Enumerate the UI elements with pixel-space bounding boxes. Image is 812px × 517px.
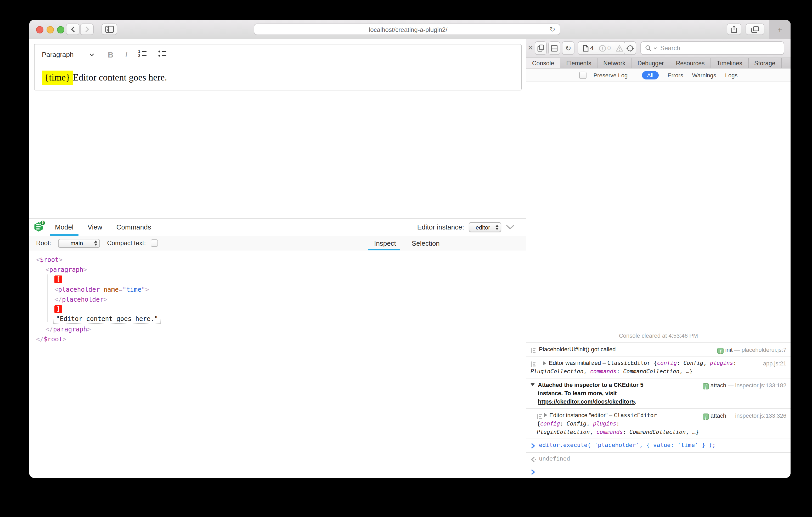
placeholder-chip[interactable]: {time} bbox=[42, 70, 73, 85]
editor-instance-select[interactable]: editor bbox=[469, 222, 501, 232]
chevron-down-icon bbox=[89, 53, 94, 56]
console-input-echo-row[interactable]: editor.execute( 'placeholder', { value: … bbox=[526, 438, 790, 452]
console-cleared-message: Console cleared at 4:53:46 PM bbox=[526, 329, 790, 342]
editor-content-area[interactable]: {time} Editor content goes here. bbox=[34, 65, 521, 90]
root-value: main bbox=[58, 240, 99, 246]
tree-text-node[interactable]: "Editor content goes here." bbox=[29, 314, 161, 324]
error-count: 0 bbox=[607, 44, 611, 52]
inspector-subheader: Root: main Compact text: Inspect Selecti… bbox=[29, 236, 526, 250]
sidebar-toggle-button[interactable] bbox=[102, 24, 117, 35]
tab-overview-button[interactable] bbox=[746, 24, 764, 35]
tab-debugger[interactable]: Debugger bbox=[632, 58, 670, 68]
detach-button[interactable] bbox=[535, 41, 547, 55]
error-icon bbox=[599, 45, 606, 52]
tab-commands[interactable]: Commands bbox=[116, 218, 151, 236]
warning-icon bbox=[616, 45, 624, 52]
bold-button[interactable]: B bbox=[108, 50, 114, 59]
source-location[interactable]: app.js:21 bbox=[763, 360, 786, 366]
function-badge-icon: f bbox=[703, 414, 709, 420]
editor-toolbar: Paragraph B I 1 2 bbox=[34, 44, 521, 65]
source-location[interactable]: inspector.js:133:326 bbox=[735, 413, 786, 419]
share-button[interactable] bbox=[727, 24, 742, 35]
element-picker-button[interactable] bbox=[624, 41, 636, 55]
share-icon bbox=[731, 26, 737, 33]
scope-warnings[interactable]: Warnings bbox=[692, 72, 716, 78]
ckeditor-inspector: 5 Model View Commands Editor instance: e… bbox=[29, 218, 526, 478]
compact-text-checkbox[interactable] bbox=[150, 239, 158, 247]
back-button[interactable] bbox=[66, 24, 80, 35]
tab-view[interactable]: View bbox=[88, 218, 102, 236]
tree-node-placeholder-close[interactable]: </placeholder> bbox=[29, 294, 161, 304]
zoom-window-button[interactable] bbox=[57, 26, 64, 33]
model-tree: <$root> <paragraph> [ <placeholder name=… bbox=[29, 254, 161, 344]
function-badge-icon: f bbox=[703, 383, 709, 390]
url-input[interactable] bbox=[254, 24, 562, 35]
ckeditor-docs-link[interactable]: https://ckeditor.com/docs/ckeditor5 bbox=[538, 398, 635, 405]
inspector-search-field[interactable] bbox=[640, 41, 784, 55]
close-inspector-button[interactable]: ✕ bbox=[527, 44, 534, 52]
console-prompt-row[interactable] bbox=[526, 466, 790, 478]
tab-timelines[interactable]: Timelines bbox=[711, 58, 749, 68]
tab-inspect[interactable]: Inspect bbox=[374, 236, 396, 250]
root-select[interactable]: main bbox=[58, 239, 100, 247]
collapse-chevron-icon[interactable] bbox=[506, 225, 514, 230]
minimize-window-button[interactable] bbox=[47, 26, 54, 33]
tab-selection[interactable]: Selection bbox=[412, 236, 440, 250]
web-inspector: ✕ ↻ 4 bbox=[526, 39, 790, 478]
tab-elements[interactable]: Elements bbox=[560, 58, 598, 68]
new-tab-button[interactable]: + bbox=[769, 20, 790, 39]
tab-console[interactable]: Console bbox=[526, 58, 560, 68]
console-nested-log-row[interactable]: Editor instance "editor" – ClassicEditor… bbox=[526, 408, 790, 438]
disclosure-triangle-icon[interactable] bbox=[543, 361, 546, 365]
chevron-left-icon bbox=[70, 26, 75, 32]
tree-node-paragraph-open[interactable]: <paragraph> bbox=[29, 265, 161, 274]
paragraph-dropdown[interactable]: Paragraph bbox=[42, 51, 94, 59]
tree-node-root-close[interactable]: </$root> bbox=[29, 334, 161, 344]
inspector-header: 5 Model View Commands Editor instance: e… bbox=[29, 218, 526, 236]
plus-icon: + bbox=[778, 25, 782, 34]
inspect-pane-tabs: Inspect Selection bbox=[368, 236, 440, 250]
tree-node-placeholder-open[interactable]: <placeholder name="time"> bbox=[29, 284, 161, 294]
preserve-log-label: Preserve Log bbox=[593, 72, 628, 78]
document-icon bbox=[583, 45, 588, 52]
tab-resources[interactable]: Resources bbox=[670, 58, 711, 68]
numbered-list-button[interactable]: 1 2 bbox=[138, 50, 148, 60]
reload-button[interactable]: ↻ bbox=[548, 26, 557, 34]
copy-icon bbox=[537, 44, 544, 52]
scope-all[interactable]: All bbox=[642, 71, 659, 79]
tab-storage[interactable]: Storage bbox=[748, 58, 782, 68]
tree-node-paragraph-close[interactable]: </paragraph> bbox=[29, 324, 161, 334]
source-location[interactable]: placeholderui.js:7 bbox=[742, 346, 786, 353]
reload-page-button[interactable]: ↻ bbox=[562, 41, 575, 55]
disclosure-triangle-open-icon[interactable] bbox=[530, 383, 535, 386]
preserve-log-checkbox[interactable] bbox=[579, 71, 586, 79]
pane-divider bbox=[368, 250, 368, 478]
italic-button[interactable]: I bbox=[125, 50, 128, 59]
tree-node-root-open[interactable]: <$root> bbox=[29, 254, 161, 265]
tab-network[interactable]: Network bbox=[598, 58, 632, 68]
dock-side-button[interactable] bbox=[548, 41, 560, 55]
filter-divider bbox=[634, 71, 635, 79]
document-count: 4 bbox=[590, 44, 593, 52]
close-window-button[interactable] bbox=[36, 26, 44, 33]
tree-selection-start-marker[interactable]: [ bbox=[29, 274, 161, 284]
source-location[interactable]: inspector.js:133:182 bbox=[735, 382, 786, 388]
console-info-row-expanded[interactable]: Attached the inspector to a CKEditor 5 i… bbox=[526, 378, 790, 408]
bulleted-list-button[interactable] bbox=[158, 50, 167, 60]
browser-window: ↻ + Paragraph B I bbox=[29, 20, 790, 478]
scope-logs[interactable]: Logs bbox=[725, 72, 738, 78]
page-content: Paragraph B I 1 2 bbox=[29, 39, 526, 478]
info-message-line: instance. To learn more, visit bbox=[538, 389, 675, 397]
search-input[interactable] bbox=[659, 44, 780, 52]
console-log-row[interactable]: PlaceholderUI#init() got called finit — … bbox=[526, 342, 790, 356]
tree-selection-end-marker[interactable]: ] bbox=[29, 304, 161, 314]
inspector-toolbar: ✕ ↻ 4 bbox=[526, 39, 790, 58]
tab-model[interactable]: Model bbox=[55, 218, 74, 236]
address-bar[interactable]: ↻ bbox=[254, 24, 560, 35]
forward-button[interactable] bbox=[80, 24, 94, 35]
disclosure-triangle-icon[interactable] bbox=[544, 413, 547, 417]
ckeditor-version-badge: 5 bbox=[40, 220, 46, 226]
scope-errors[interactable]: Errors bbox=[668, 72, 683, 78]
console-log-row-expandable[interactable]: Editor was initialized – ClassicEditor {… bbox=[526, 356, 790, 378]
root-label: Root: bbox=[36, 239, 51, 247]
